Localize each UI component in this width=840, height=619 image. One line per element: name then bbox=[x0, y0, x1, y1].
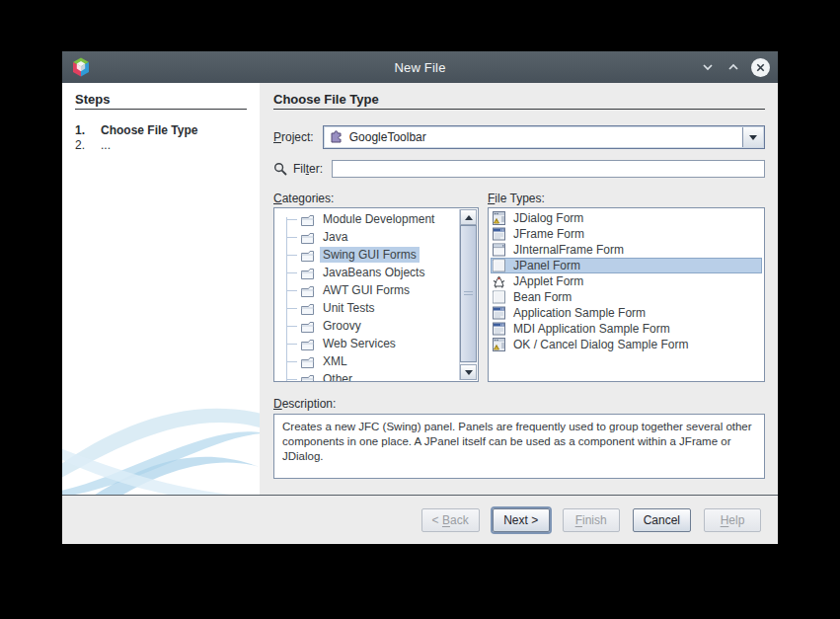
internal-frame-form-icon bbox=[493, 243, 505, 257]
frame-form-icon bbox=[493, 322, 505, 336]
folder-icon bbox=[300, 267, 315, 279]
category-label: JavaBeans Objects bbox=[320, 265, 427, 280]
category-item[interactable]: Other bbox=[278, 370, 459, 382]
category-label: Module Development bbox=[320, 211, 437, 227]
tree-guide-line bbox=[286, 217, 287, 382]
categories-label: Categories: bbox=[273, 192, 479, 205]
category-item[interactable]: Java bbox=[278, 228, 459, 246]
folder-icon bbox=[300, 338, 315, 350]
category-label: Swing GUI Forms bbox=[320, 247, 420, 263]
file-type-item[interactable]: JPanel Form bbox=[491, 258, 762, 273]
tree-connector bbox=[286, 379, 297, 380]
folder-icon bbox=[300, 320, 315, 333]
frame-form-icon bbox=[493, 227, 505, 241]
category-label: Groovy bbox=[320, 318, 364, 334]
dialog-form-icon bbox=[493, 211, 505, 225]
steps-list: 1. Choose File Type 2. ... bbox=[75, 123, 247, 153]
folder-icon bbox=[300, 302, 315, 315]
content-panel: Choose File Type Project: GoogleToolbar bbox=[260, 83, 778, 495]
category-item[interactable]: Module Development bbox=[278, 210, 459, 228]
category-item[interactable]: Unit Tests bbox=[278, 299, 459, 317]
file-type-label: Application Sample Form bbox=[513, 306, 646, 320]
file-type-label: JPanel Form bbox=[513, 259, 580, 272]
window-title: New File bbox=[62, 60, 778, 75]
category-label: XML bbox=[320, 353, 350, 369]
tree-connector bbox=[286, 290, 297, 291]
file-type-label: JFrame Form bbox=[513, 227, 584, 241]
categories-scrollbar[interactable] bbox=[459, 209, 477, 380]
tree-connector bbox=[286, 272, 297, 273]
file-type-item[interactable]: Bean Form bbox=[491, 289, 762, 305]
steps-heading: Steps bbox=[75, 92, 247, 107]
folder-icon bbox=[300, 373, 315, 383]
file-type-item[interactable]: JInternalFrame Form bbox=[491, 242, 762, 258]
file-type-label: JApplet Form bbox=[513, 274, 583, 288]
button-bar: < Back Next > Finish Cancel Help bbox=[62, 495, 778, 544]
description-text: Creates a new JFC (Swing) panel. Panels … bbox=[273, 414, 765, 479]
folder-icon bbox=[300, 249, 315, 262]
description-label: Description: bbox=[273, 397, 765, 411]
category-item[interactable]: XML bbox=[278, 352, 459, 370]
wizard-button: Finish bbox=[563, 508, 620, 532]
category-item[interactable]: JavaBeans Objects bbox=[278, 264, 459, 281]
heading-divider bbox=[273, 109, 765, 110]
step-number: 1. bbox=[75, 123, 101, 138]
decorative-swoosh bbox=[62, 376, 260, 495]
tree-connector bbox=[286, 255, 297, 256]
categories-list: Module Development bbox=[273, 207, 479, 382]
wizard-button[interactable]: Next > bbox=[493, 508, 550, 532]
tree-connector bbox=[286, 237, 297, 238]
steps-panel: Steps 1. Choose File Type 2. ... bbox=[62, 83, 260, 495]
tree-connector bbox=[286, 219, 297, 220]
project-label: Project: bbox=[273, 130, 314, 144]
wizard-button[interactable]: Cancel bbox=[633, 508, 691, 532]
folder-icon bbox=[300, 284, 315, 297]
category-label: Other bbox=[320, 371, 355, 382]
file-type-label: MDI Application Sample Form bbox=[513, 322, 670, 336]
file-type-item[interactable]: MDI Application Sample Form bbox=[491, 321, 762, 337]
search-icon bbox=[273, 162, 288, 177]
filter-label: Filter: bbox=[293, 162, 323, 176]
bean-form-icon bbox=[493, 290, 505, 304]
category-label: Java bbox=[320, 229, 350, 245]
roll-down-icon[interactable] bbox=[700, 59, 716, 75]
panel-form-icon bbox=[493, 259, 505, 272]
file-type-item[interactable]: OK / Cancel Dialog Sample Form bbox=[491, 337, 762, 352]
category-label: AWT GUI Forms bbox=[320, 282, 413, 298]
scroll-up-button[interactable] bbox=[460, 209, 477, 225]
scrollbar-thumb[interactable] bbox=[460, 225, 477, 362]
tree-connector bbox=[286, 308, 297, 309]
step-item: 1. Choose File Type bbox=[75, 123, 247, 138]
new-file-dialog: New File Steps 1. bbox=[62, 51, 778, 544]
folder-icon bbox=[300, 355, 315, 368]
file-type-item[interactable]: JFrame Form bbox=[491, 226, 762, 242]
category-label: Web Services bbox=[320, 336, 399, 351]
category-item[interactable]: Groovy bbox=[278, 317, 459, 335]
chevron-down-icon bbox=[749, 135, 757, 140]
puzzle-icon bbox=[329, 130, 344, 145]
file-type-item[interactable]: JApplet Form bbox=[491, 273, 762, 289]
dialog-form-icon bbox=[493, 338, 505, 351]
roll-up-icon[interactable] bbox=[725, 59, 741, 75]
tree-connector bbox=[286, 326, 297, 327]
triangle-down-icon bbox=[465, 370, 473, 375]
category-item[interactable]: AWT GUI Forms bbox=[278, 281, 459, 299]
titlebar[interactable]: New File bbox=[62, 51, 778, 83]
frame-form-icon bbox=[493, 306, 505, 320]
filter-input[interactable] bbox=[332, 160, 765, 178]
folder-icon bbox=[300, 213, 315, 226]
project-combobox[interactable]: GoogleToolbar bbox=[323, 125, 765, 149]
combo-dropdown-button[interactable] bbox=[742, 127, 763, 147]
category-item[interactable]: Web Services bbox=[278, 335, 459, 352]
close-icon[interactable] bbox=[751, 58, 770, 77]
scroll-down-button[interactable] bbox=[460, 364, 477, 380]
wizard-button: Help bbox=[704, 508, 761, 532]
file-type-item[interactable]: JDialog Form bbox=[491, 210, 762, 226]
file-type-item[interactable]: Application Sample Form bbox=[491, 305, 762, 321]
tree-connector bbox=[286, 361, 297, 362]
category-item[interactable]: Swing GUI Forms bbox=[278, 246, 459, 264]
step-label: Choose File Type bbox=[101, 123, 197, 138]
triangle-up-icon bbox=[465, 215, 473, 220]
file-types-list: JDialog Form JFrame Form JIn bbox=[488, 207, 765, 382]
steps-divider bbox=[75, 109, 247, 110]
